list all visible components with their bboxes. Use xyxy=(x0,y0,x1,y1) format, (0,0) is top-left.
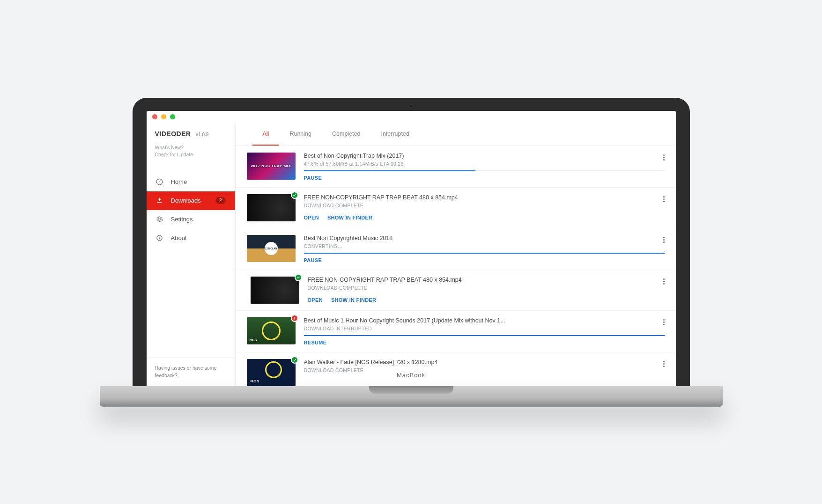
main-panel: All Running Completed Interrupted 2017 N… xyxy=(236,123,676,386)
compass-icon xyxy=(156,178,163,186)
item-title: Best of Music 1 Hour No Copyright Sounds… xyxy=(304,317,665,324)
sidebar-footer: Having issues or have some feedback? xyxy=(147,358,235,386)
more-menu-button[interactable] xyxy=(663,361,665,367)
progress-bar xyxy=(304,253,665,254)
thumbnail: NCS xyxy=(247,317,296,344)
svg-rect-3 xyxy=(159,238,160,240)
item-title: Alan Walker - Fade [NCS Release] 720 x 1… xyxy=(304,359,665,365)
item-title: FREE NON-COPYRIGHT RAP TRAP BEAT 480 x 8… xyxy=(308,277,665,283)
laptop-bezel: VIDEODER v1.0.9 What's New? Check for Up… xyxy=(133,98,690,386)
window-minimize-button[interactable] xyxy=(161,114,166,119)
more-menu-button[interactable] xyxy=(663,196,665,202)
pause-button[interactable]: PAUSE xyxy=(304,175,322,181)
laptop-notch xyxy=(369,386,453,394)
show-in-finder-button[interactable]: SHOW IN FINDER xyxy=(331,297,376,303)
error-icon xyxy=(291,314,298,322)
more-menu-button[interactable] xyxy=(663,278,665,285)
item-status: DOWNLOAD COMPLETE xyxy=(304,203,665,208)
sidebar-links: What's New? Check for Update xyxy=(147,142,235,167)
thumbnail-text: NCS xyxy=(251,379,260,383)
whats-new-link[interactable]: What's New? xyxy=(155,145,227,150)
app-body: VIDEODER v1.0.9 What's New? Check for Up… xyxy=(147,123,676,386)
thumbnail-text: 2017 NCS TRAP MIX xyxy=(251,164,291,168)
item-actions: OPEN SHOW IN FINDER xyxy=(308,297,665,303)
item-title: Best Non Copyrighted Music 2018 xyxy=(304,235,665,241)
more-menu-button[interactable] xyxy=(663,319,665,325)
item-status: CONVERTING... xyxy=(304,243,665,249)
item-body: Alan Walker - Fade [NCS Release] 720 x 1… xyxy=(304,359,665,386)
window-titlebar xyxy=(147,111,676,123)
progress-fill xyxy=(304,335,665,336)
open-button[interactable]: OPEN xyxy=(308,297,323,303)
svg-point-2 xyxy=(159,236,160,237)
laptop-mockup: VIDEODER v1.0.9 What's New? Check for Up… xyxy=(133,98,690,407)
feedback-text: Having issues or have some feedback? xyxy=(155,365,217,378)
item-actions: OPEN SHOW IN FINDER xyxy=(304,215,665,220)
nav-about-label: About xyxy=(171,234,187,241)
thumbnail-wrap xyxy=(251,277,299,304)
gear-icon xyxy=(156,216,163,223)
download-item: NCS Alan Walker - Fade [NCS Release] 720… xyxy=(236,352,676,386)
nav-home[interactable]: Home xyxy=(147,173,235,191)
item-actions: PAUSE xyxy=(304,257,665,263)
download-item: FREE NON-COPYRIGHT RAP TRAP BEAT 480 x 8… xyxy=(236,188,676,228)
sidebar: VIDEODER v1.0.9 What's New? Check for Up… xyxy=(147,123,236,386)
tab-interrupted[interactable]: Interrupted xyxy=(370,123,419,146)
more-menu-button[interactable] xyxy=(663,154,665,161)
item-title: FREE NON-COPYRIGHT RAP TRAP BEAT 480 x 8… xyxy=(304,194,665,201)
camera-dot xyxy=(409,104,413,108)
progress-bar xyxy=(304,335,665,336)
tab-completed[interactable]: Completed xyxy=(322,123,370,146)
download-item: 2017 NCS TRAP MIX Best of Non-Copyright … xyxy=(236,146,676,188)
thumbnail-wrap: 2017 NCS TRAP MIX xyxy=(247,153,296,181)
thumbnail-wrap xyxy=(247,194,296,221)
nav-about[interactable]: About xyxy=(147,229,235,248)
download-icon xyxy=(156,197,163,205)
item-body: Best of Music 1 Hour No Copyright Sounds… xyxy=(304,317,665,345)
item-body: Best of Non-Copyright Trap Mix (2017) 47… xyxy=(304,153,665,181)
nav-home-label: Home xyxy=(171,178,187,185)
nav-settings[interactable]: Settings xyxy=(147,210,235,229)
window-maximize-button[interactable] xyxy=(170,114,175,119)
check-update-link[interactable]: Check for Update xyxy=(155,152,227,157)
nav-downloads-label: Downloads xyxy=(171,197,201,204)
check-icon xyxy=(291,191,298,199)
open-button[interactable]: OPEN xyxy=(304,215,319,220)
sidebar-nav: Home Downloads 2 xyxy=(147,173,235,248)
item-status: DOWNLOAD INTERRUPTED xyxy=(304,326,665,331)
resume-button[interactable]: RESUME xyxy=(304,340,327,345)
nav-downloads[interactable]: Downloads 2 xyxy=(147,191,235,210)
app-name: VIDEODER xyxy=(155,130,191,138)
item-body: FREE NON-COPYRIGHT RAP TRAP BEAT 480 x 8… xyxy=(308,277,665,304)
thumbnail: 2017 NCS TRAP MIX xyxy=(247,153,296,180)
thumbnail-wrap: 12SI CLAN xyxy=(247,235,296,263)
check-icon xyxy=(295,274,302,281)
progress-bar xyxy=(304,170,665,171)
item-title: Best of Non-Copyright Trap Mix (2017) xyxy=(304,153,665,159)
downloads-list: 2017 NCS TRAP MIX Best of Non-Copyright … xyxy=(236,146,676,386)
app-window: VIDEODER v1.0.9 What's New? Check for Up… xyxy=(147,111,676,386)
thumbnail xyxy=(251,277,299,304)
item-status: DOWNLOAD COMPLETE xyxy=(308,285,665,291)
thumbnail-wrap: NCS xyxy=(247,359,296,386)
window-close-button[interactable] xyxy=(152,114,157,119)
item-actions: RESUME xyxy=(304,340,665,345)
more-menu-button[interactable] xyxy=(663,237,665,243)
sidebar-header: VIDEODER v1.0.9 xyxy=(147,123,235,142)
thumbnail-text: 12SI CLAN xyxy=(265,247,277,249)
thumbnail: 12SI CLAN xyxy=(247,235,296,262)
download-item: NCS Best of Music 1 Hour No Copyright So… xyxy=(236,311,676,352)
app-version: v1.0.9 xyxy=(196,132,208,137)
laptop-base xyxy=(100,386,723,407)
item-body: FREE NON-COPYRIGHT RAP TRAP BEAT 480 x 8… xyxy=(304,194,665,221)
download-item: FREE NON-COPYRIGHT RAP TRAP BEAT 480 x 8… xyxy=(236,270,676,311)
pause-button[interactable]: PAUSE xyxy=(304,257,322,263)
nav-settings-label: Settings xyxy=(171,216,193,223)
show-in-finder-button[interactable]: SHOW IN FINDER xyxy=(327,215,372,220)
thumbnail: NCS xyxy=(247,359,296,386)
device-label: MacBook xyxy=(397,372,425,379)
download-item: 12SI CLAN Best Non Copyrighted Music 201… xyxy=(236,228,676,270)
tab-all[interactable]: All xyxy=(252,123,280,146)
item-actions: PAUSE xyxy=(304,175,665,181)
tab-running[interactable]: Running xyxy=(279,123,322,146)
